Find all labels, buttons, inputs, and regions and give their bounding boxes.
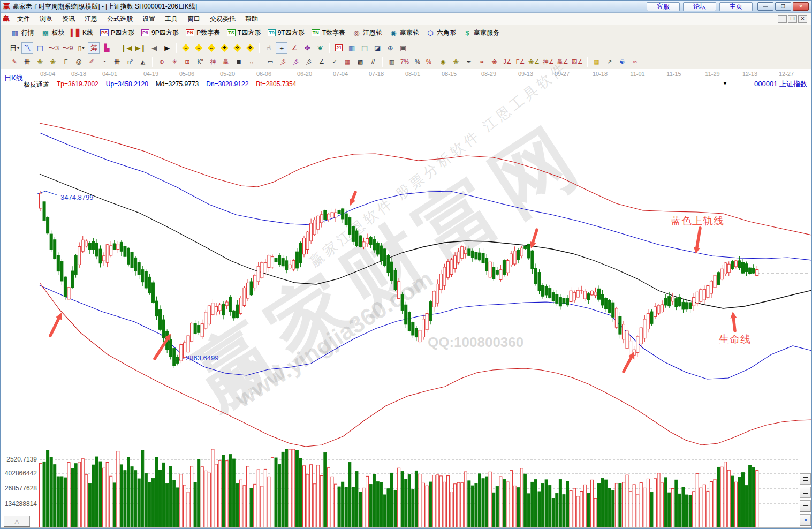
toolbar-button-hexagon[interactable]: ⬡六角形 — [423, 27, 459, 39]
minimize-button[interactable]: — — [757, 2, 773, 11]
draw-gold-mark[interactable]: 金 — [489, 56, 500, 67]
draw-angle-lines[interactable]: ∠ — [316, 56, 328, 67]
tool-jump-cross[interactable]: ❖ — [244, 42, 256, 54]
draw-ying-tool[interactable]: 赢 — [220, 56, 232, 67]
tool-calculator[interactable]: ▦ — [346, 42, 358, 54]
toolbar-button-t9-square[interactable]: T99T四方形 — [265, 27, 307, 39]
draw-gann-web[interactable]: ⊞ — [181, 56, 193, 67]
tool-calendar[interactable]: 21 — [333, 42, 345, 54]
draw-shen-tool[interactable]: 神 — [207, 56, 219, 67]
draw-gann-pencil[interactable]: ✎ — [9, 56, 20, 67]
menu-item-2[interactable]: 资讯 — [57, 13, 80, 25]
draw-gold-circle[interactable]: ◉ — [437, 56, 449, 67]
tool-wave-9[interactable]: 〜9 — [61, 42, 74, 54]
draw-time-circle[interactable]: ◔ — [98, 56, 110, 67]
draw-pen-tool[interactable]: ✒ — [463, 56, 475, 67]
draw-check-wave[interactable]: ✓ — [329, 56, 340, 67]
tool-print[interactable]: ▣ — [397, 42, 409, 54]
draw-percent-7[interactable]: 7% — [399, 56, 411, 67]
draw-gold-scale-2[interactable]: 金 — [47, 56, 59, 67]
tool-period-selector[interactable]: 日▾ — [9, 42, 20, 54]
menu-item-3[interactable]: 江恩 — [80, 13, 102, 25]
draw-spiral[interactable]: @ — [73, 56, 85, 67]
draw-gold-line[interactable]: 金 — [450, 56, 462, 67]
draw-grid-red[interactable]: ▦ — [342, 56, 353, 67]
draw-gann-star[interactable]: ✳ — [169, 56, 180, 67]
tool-jump-right[interactable]: → — [193, 42, 204, 54]
menu-item-0[interactable]: 文件 — [12, 13, 35, 25]
draw-span-arrows[interactable]: ↔ — [246, 56, 257, 67]
draw-trend-chart[interactable]: ↗ — [604, 56, 616, 67]
toolbar-button-t-number-table[interactable]: TNT数字表 — [309, 27, 348, 39]
draw-grid-gold[interactable]: ▦ — [591, 56, 603, 67]
tool-nav-next[interactable]: ▶ — [161, 42, 173, 54]
scale-medium[interactable] — [800, 487, 811, 498]
draw-n-square[interactable]: n² — [124, 56, 136, 67]
titlebar-button-客服[interactable]: 客服 — [647, 2, 680, 11]
tool-candle-style[interactable]: ▯▾ — [75, 42, 87, 54]
draw-marker-pen[interactable]: ✐ — [86, 56, 97, 67]
tool-volume-profile[interactable]: ▙ — [101, 42, 112, 54]
titlebar-button-论坛[interactable]: 论坛 — [683, 2, 716, 11]
tool-network[interactable]: ⊕ — [384, 42, 396, 54]
tool-angle-measure[interactable]: ∠ — [289, 42, 300, 54]
tool-nav-first[interactable]: ❙◀ — [119, 42, 133, 54]
toolbar-button-quotes[interactable]: ▦行情 — [8, 27, 37, 39]
menu-item-5[interactable]: 设置 — [138, 13, 160, 25]
draw-mirror-triangle[interactable]: ◭ — [137, 56, 149, 67]
toolbar-button-p-square[interactable]: PSP四方形 — [97, 27, 137, 39]
menu-item-9[interactable]: 帮助 — [240, 13, 263, 25]
toolbar-button-winner-service[interactable]: $赢家服务 — [460, 27, 502, 39]
expand-panel-button[interactable]: △ — [4, 516, 30, 526]
draw-f-scale[interactable]: F — [60, 56, 72, 67]
menu-item-8[interactable]: 交易委托 — [205, 13, 240, 25]
menu-item-6[interactable]: 工具 — [160, 13, 183, 25]
draw-grid-dark[interactable]: ▩ — [354, 56, 366, 67]
toolbar-button-kline[interactable]: ▍▋K线 — [69, 27, 96, 39]
toolbar-button-winner-wheel[interactable]: ◉赢家轮 — [386, 27, 422, 39]
chart-canvas[interactable] — [1, 69, 812, 529]
close-button[interactable]: ✕ — [793, 2, 809, 11]
tool-jump-both[interactable]: ↔ — [206, 42, 217, 54]
tool-pan-hand[interactable]: ☝ — [263, 42, 275, 54]
toolbar-button-gann-wheel[interactable]: ◎江恩轮 — [350, 27, 385, 39]
tool-crosshair[interactable]: ＋ — [276, 42, 287, 54]
maximize-button[interactable]: ❐ — [775, 2, 791, 11]
tool-memo[interactable]: ▤ — [359, 42, 370, 54]
tool-tool-teal[interactable]: ❦ — [314, 42, 326, 54]
tool-nav-prev[interactable]: ◀ — [148, 42, 160, 54]
titlebar-button-主页[interactable]: 主页 — [719, 2, 753, 11]
scale-dense[interactable] — [800, 473, 811, 485]
draw-fan-purple[interactable]: 彡 — [290, 56, 302, 67]
toolbar-button-p-number-table[interactable]: PNP数字表 — [183, 27, 223, 39]
draw-gold-scale-1[interactable]: 金 — [34, 56, 46, 67]
scale-slider[interactable] — [800, 514, 811, 525]
tool-jump-all[interactable]: ✚ — [218, 42, 230, 54]
draw-taiji[interactable]: ☯ — [617, 56, 628, 67]
draw-wave-tool[interactable]: ≈ — [476, 56, 488, 67]
draw-infinity[interactable]: ∞ — [629, 56, 641, 67]
draw-count-ruler[interactable]: ≣ — [233, 56, 245, 67]
menu-item-4[interactable]: 公式选股 — [102, 13, 138, 25]
draw-shen-angle[interactable]: 神∠ — [542, 56, 555, 67]
draw-gann-compass[interactable]: ⊕ — [156, 56, 168, 67]
tool-curve-overlay[interactable]: 〽 — [21, 42, 33, 54]
tool-tool-purple[interactable]: ✤ — [301, 42, 313, 54]
scale-wide[interactable] — [800, 500, 811, 511]
toolbar-button-sectors[interactable]: ▩板块 — [39, 27, 67, 39]
draw-gold-angle[interactable]: 金∠ — [527, 56, 541, 67]
draw-bar-scale[interactable]: ▥ — [386, 56, 398, 67]
draw-percent-line[interactable]: %− — [424, 56, 436, 67]
tool-f10-info[interactable]: ▤ — [34, 42, 46, 54]
draw-parallel-lines[interactable]: // — [367, 56, 379, 67]
tool-nav-last[interactable]: ▶❙ — [134, 42, 147, 54]
draw-percent[interactable]: % — [412, 56, 423, 67]
draw-ying-angle[interactable]: 赢∠ — [556, 56, 570, 67]
draw-f-angle[interactable]: F∠ — [514, 56, 526, 67]
draw-price-comb[interactable]: 卌 — [111, 56, 123, 67]
draw-frame-box[interactable]: ▭ — [264, 56, 276, 67]
tool-jump-center[interactable]: ✛ — [231, 42, 243, 54]
draw-fan-dark[interactable]: 彡 — [303, 56, 315, 67]
draw-gann-comb[interactable]: 卌 — [21, 56, 33, 67]
toolbar-button-p9-square[interactable]: P99P四方形 — [139, 27, 181, 39]
